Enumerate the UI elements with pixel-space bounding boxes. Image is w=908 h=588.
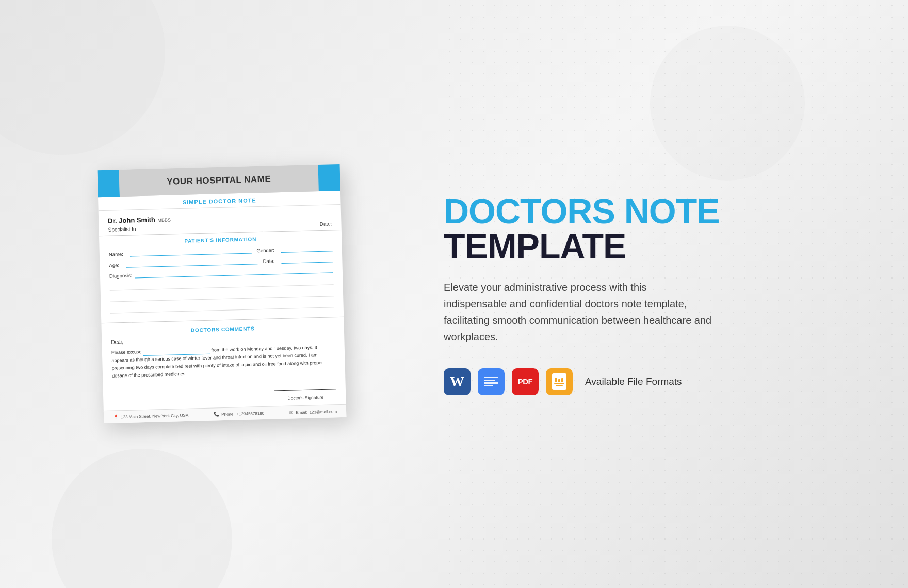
header-title-area: YOUR HOSPITAL NAME [119, 165, 319, 197]
doctor-credentials: MBBS [157, 218, 171, 223]
gender-field-line [281, 244, 333, 253]
email-icon: ✉ [289, 410, 294, 415]
pages-inner [552, 373, 566, 390]
blank-lines-area [109, 276, 334, 314]
signature-line [274, 389, 336, 391]
pages-chart [555, 378, 563, 382]
pages-bar-3 [561, 378, 563, 382]
footer-email-label: Email: [296, 410, 307, 415]
format-docs-icon [478, 368, 505, 395]
left-panel: YOUR HOSPITAL NAME SIMPLE DOCTOR NOTE Dr… [41, 167, 402, 420]
name-label: Name: [109, 251, 123, 257]
signature-block: Doctor's Signature [274, 389, 337, 402]
word-letter: W [450, 373, 464, 390]
right-panel: DOCTORS NOTE TEMPLATE Elevate your admin… [402, 162, 867, 426]
file-formats-label: Available File Formats [585, 376, 682, 387]
header-blue-left [98, 170, 120, 197]
description: Elevate your administrative process with… [444, 279, 712, 345]
pages-bar-1 [555, 378, 557, 382]
comment-body-start: Please excuse [111, 349, 142, 355]
footer-address-text: 123 Main Street, New York City, USA [121, 413, 188, 419]
comments-section: DOCTORS COMMENTS Dear, Please excuse fro… [102, 320, 346, 385]
title-line1: DOCTORS NOTE [444, 193, 825, 228]
pages-line-1 [554, 383, 564, 384]
patient-date-field-line [281, 255, 333, 264]
pages-line-2 [556, 385, 563, 386]
format-pages-icon [546, 368, 573, 395]
header-blue-right [318, 164, 340, 191]
date-label: Date: [319, 221, 332, 227]
location-icon: 📍 [113, 415, 119, 420]
document-card: YOUR HOSPITAL NAME SIMPLE DOCTOR NOTE Dr… [98, 164, 347, 424]
bg-decoration-1 [0, 0, 165, 155]
format-pdf-icon: PDF [512, 368, 539, 395]
docs-line-2 [484, 380, 495, 381]
patient-section-title: PATIENT'S INFORMATION [108, 235, 332, 246]
pages-bar-2 [558, 379, 560, 382]
docs-line-1 [484, 377, 498, 378]
comment-body: Please excuse from the work on Monday an… [111, 344, 336, 380]
footer-email: ✉ Email: 123@mail.com [289, 409, 337, 415]
footer-email-address: 123@mail.com [309, 409, 337, 414]
main-title: DOCTORS NOTE TEMPLATE [444, 193, 825, 264]
hospital-name: YOUR HOSPITAL NAME [167, 174, 271, 187]
docs-line-3 [484, 382, 498, 384]
comment-body-end: from the work on Monday and Tuesday, two… [111, 345, 323, 379]
docs-lines [484, 377, 498, 386]
pdf-text: PDF [518, 377, 533, 386]
footer-phone-number: +12345678190 [237, 411, 265, 416]
title-line2: TEMPLATE [444, 228, 825, 264]
footer-address: 📍 123 Main Street, New York City, USA [113, 413, 188, 420]
signature-label: Doctor's Signature [287, 395, 323, 401]
footer-phone-label: Phone: [221, 412, 235, 417]
specialist-label: Specialist In [108, 226, 136, 233]
age-field-line [126, 257, 258, 268]
age-label: Age: [109, 263, 119, 269]
gender-label: Gender: [256, 248, 274, 254]
dear-line: Dear, [111, 334, 335, 345]
doctor-name: Dr. John Smith [108, 216, 155, 225]
format-word-icon: W [444, 368, 471, 395]
file-formats: W PDF [444, 368, 825, 395]
docs-line-4 [484, 385, 493, 387]
comments-section-title: DOCTORS COMMENTS [111, 324, 335, 335]
bg-decoration-2 [52, 449, 232, 588]
page-wrapper: YOUR HOSPITAL NAME SIMPLE DOCTOR NOTE Dr… [0, 0, 908, 588]
diagnosis-label: Diagnosis: [109, 273, 133, 279]
phone-icon: 📞 [214, 412, 219, 417]
name-field-line [130, 247, 252, 257]
patient-date-label: Date: [263, 258, 275, 265]
patient-section: PATIENT'S INFORMATION Name: Gender: Age:… [99, 230, 344, 320]
footer-phone: 📞 Phone: +12345678190 [214, 411, 264, 418]
